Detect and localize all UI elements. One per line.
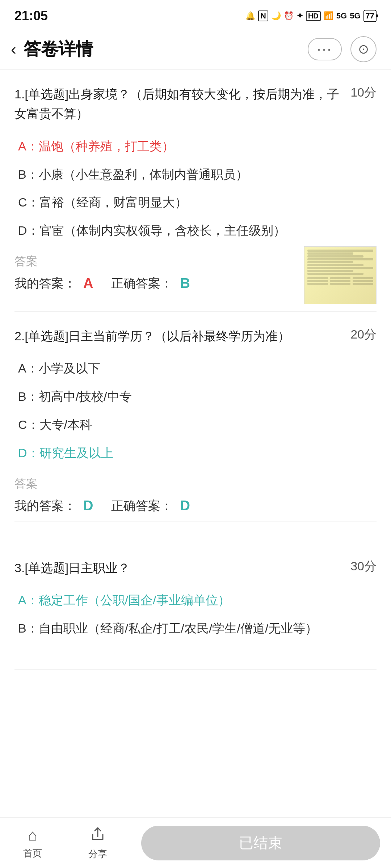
app-header: ‹ 答卷详情 ··· ⊙ — [0, 29, 391, 70]
status-icons: 🔔 N 🌙 ⏰ ✦ HD 📶 5G 5G 77 — [245, 10, 377, 22]
ref-cell-8 — [353, 280, 373, 282]
question-2-content: 日主当前学历？（以后补最终学历为准） — [68, 329, 290, 343]
reference-image-1[interactable] — [304, 246, 377, 304]
option-3-a: A：稳定工作（公职/国企/事业编单位） — [14, 586, 377, 614]
question-1-score: 10分 — [350, 84, 377, 101]
header-right: ··· ⊙ — [308, 36, 377, 62]
question-1-number: 1. — [14, 87, 25, 101]
ref-cell-2 — [307, 280, 328, 282]
ref-line-4 — [307, 258, 373, 260]
header-left: ‹ 答卷详情 — [11, 38, 93, 61]
home-label: 首页 — [23, 847, 42, 860]
option-1-c: C：富裕（经商，财富明显大） — [14, 188, 377, 217]
hd-icon: HD — [306, 11, 321, 21]
option-1-d: D：官宦（体制内实权领导，含校长，主任级别） — [14, 217, 377, 245]
correct-answer-1-value: B — [180, 276, 190, 291]
ref-cell-6 — [330, 283, 351, 285]
truncation-spacer — [14, 651, 377, 662]
question-2-number: 2. — [14, 329, 25, 343]
my-answer-2-label: 我的答案： — [14, 498, 76, 514]
end-button[interactable]: 已结束 — [141, 826, 380, 860]
question-1-answer: 答案 我的答案： A 正确答案： B — [14, 254, 377, 304]
question-1-text: 1.[单选题]出身家境？（后期如有较大变化，按后期为准，子女富贵不算） — [14, 84, 350, 124]
question-2-header: 2.[单选题]日主当前学历？（以后补最终学历为准） 20分 — [14, 326, 377, 346]
question-2-type: [单选题] — [25, 329, 68, 343]
moon-icon: 🌙 — [271, 11, 281, 21]
ref-image-table — [307, 277, 373, 285]
ref-line-9 — [307, 273, 363, 275]
answer-2-label: 答案 — [14, 476, 377, 492]
question-1-options: A：温饱（种养殖，打工类） B：小康（小生意盈利，体制内普通职员） C：富裕（经… — [14, 132, 377, 245]
correct-answer-2-label: 正确答案： — [111, 498, 173, 514]
notification-icon: 🔔 — [245, 11, 255, 21]
ref-cell-4 — [330, 277, 351, 279]
ref-cell-5 — [330, 280, 351, 282]
option-1-b: B：小康（小生意盈利，体制内普通职员） — [14, 161, 377, 189]
answer-1-row: 我的答案： A 正确答案： B — [14, 275, 190, 292]
battery-indicator: 77 — [363, 10, 377, 22]
ref-line-2 — [307, 252, 353, 255]
nfc-icon: N — [258, 10, 268, 21]
bottom-padding — [14, 670, 377, 728]
option-2-c: C：大专/本科 — [14, 411, 377, 439]
question-2: 2.[单选题]日主当前学历？（以后补最终学历为准） 20分 A：小学及以下 B：… — [14, 312, 377, 522]
signal2-icon: 5G — [350, 11, 360, 21]
question-3-type: [单选题] — [25, 561, 68, 575]
bluetooth-icon: ✦ — [297, 11, 303, 21]
bottom-navigation: ⌂ 首页 分享 已结束 — [0, 817, 391, 868]
status-time: 21:05 — [14, 8, 48, 24]
ref-line-6 — [307, 264, 363, 266]
ref-col-2 — [330, 277, 351, 285]
option-2-b: B：初高中/技校/中专 — [14, 383, 377, 411]
home-nav-item[interactable]: ⌂ 首页 — [0, 826, 65, 860]
question-2-text: 2.[单选题]日主当前学历？（以后补最终学历为准） — [14, 326, 350, 346]
question-3: 3.[单选题]日主职业？ 30分 A：稳定工作（公职/国企/事业编单位） B：自… — [14, 544, 377, 670]
share-nav-item[interactable]: 分享 — [65, 826, 130, 860]
answer-2-row: 我的答案： D 正确答案： D — [14, 498, 377, 514]
ref-cell-7 — [353, 277, 373, 279]
ref-line-3 — [307, 255, 363, 258]
share-icon — [90, 826, 106, 845]
option-2-d: D：研究生及以上 — [14, 439, 377, 467]
correct-answer-1-label: 正确答案： — [111, 275, 173, 292]
question-3-header: 3.[单选题]日主职业？ 30分 — [14, 558, 377, 578]
ref-line-1 — [307, 250, 373, 252]
ref-image-content — [304, 247, 376, 304]
option-1-a: A：温饱（种养殖，打工类） — [14, 132, 377, 161]
more-button[interactable]: ··· — [308, 38, 342, 60]
ref-col-3 — [353, 277, 373, 285]
ref-line-5 — [307, 261, 353, 263]
my-answer-2-value: D — [83, 498, 93, 514]
ref-cell-1 — [307, 277, 328, 279]
my-answer-1-label: 我的答案： — [14, 275, 76, 292]
my-answer-1-value: A — [83, 276, 93, 291]
ref-col-1 — [307, 277, 328, 285]
question-3-options: A：稳定工作（公职/国企/事业编单位） B：自由职业（经商/私企/打工/农民/学… — [14, 586, 377, 643]
back-button[interactable]: ‹ — [11, 41, 16, 57]
page-title: 答卷详情 — [24, 38, 93, 61]
question-3-number: 3. — [14, 561, 25, 575]
question-3-content: 日主职业？ — [68, 561, 130, 575]
ref-cell-9 — [353, 283, 373, 285]
question-1-header: 1.[单选题]出身家境？（后期如有较大变化，按后期为准，子女富贵不算） 10分 — [14, 84, 377, 124]
correct-answer-2-value: D — [180, 498, 190, 514]
signal-icon: 5G — [336, 11, 347, 21]
camera-button[interactable]: ⊙ — [350, 36, 377, 62]
ref-line-7 — [307, 267, 373, 269]
question-3-score: 30分 — [350, 558, 377, 575]
status-bar: 21:05 🔔 N 🌙 ⏰ ✦ HD 📶 5G 5G 77 — [0, 0, 391, 29]
ref-cell-3 — [307, 283, 328, 285]
option-2-a: A：小学及以下 — [14, 354, 377, 383]
alarm-icon: ⏰ — [284, 11, 294, 21]
question-2-options: A：小学及以下 B：初高中/技校/中专 C：大专/本科 D：研究生及以上 — [14, 354, 377, 467]
option-3-b: B：自由职业（经商/私企/打工/农民/学生/僧道/无业等） — [14, 614, 377, 643]
spacer-1 — [14, 522, 377, 544]
question-1: 1.[单选题]出身家境？（后期如有较大变化，按后期为准，子女富贵不算） 10分 … — [14, 70, 377, 312]
share-label: 分享 — [88, 848, 107, 860]
question-2-score: 20分 — [350, 326, 377, 343]
camera-icon: ⊙ — [358, 42, 369, 57]
wifi-icon: 📶 — [324, 11, 333, 21]
home-icon: ⌂ — [28, 826, 38, 844]
question-3-text: 3.[单选题]日主职业？ — [14, 558, 350, 578]
question-2-answer: 答案 我的答案： D 正确答案： D — [14, 476, 377, 514]
